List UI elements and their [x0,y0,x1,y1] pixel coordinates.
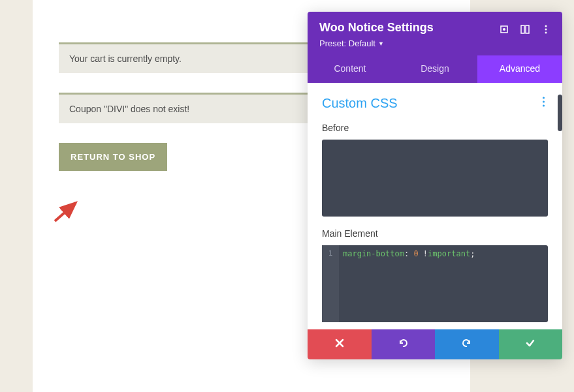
panel-tabs: Content Design Advanced [308,55,562,83]
expand-icon[interactable] [494,21,514,38]
svg-point-2 [503,28,505,31]
before-css-input[interactable] [322,140,548,217]
return-button-label: RETURN TO SHOP [71,152,155,162]
section-title-row: Custom CSS [322,96,548,111]
line-number: 1 [328,249,333,258]
main-element-css-input[interactable]: 1 margin-bottom: 0 !important; [322,245,548,322]
cancel-button[interactable] [308,329,372,359]
svg-point-8 [543,97,545,98]
tab-design[interactable]: Design [392,55,477,83]
tab-advanced[interactable]: Advanced [477,55,562,83]
more-icon[interactable] [536,21,556,38]
notice-text: Your cart is currently empty. [69,53,182,64]
check-icon [525,338,535,351]
css-property: margin-bottom [343,249,404,258]
redo-button[interactable] [435,329,499,359]
main-element-label: Main Element [322,228,548,239]
notice-text: Coupon "DIVI" does not exist! [69,104,189,114]
panel-body: Custom CSS Before Main Element 1 margin-… [308,83,562,329]
svg-rect-4 [526,25,529,33]
code-content: margin-bottom: 0 !important; [322,245,548,262]
return-to-shop-button[interactable]: RETURN TO SHOP [59,143,167,171]
settings-panel: Woo Notice Settings Preset: Default ▼ Co… [308,12,562,359]
panel-footer [308,329,562,359]
portability-icon[interactable] [515,21,535,38]
svg-point-5 [545,25,547,27]
redo-icon [462,338,472,351]
before-label: Before [322,123,548,133]
panel-header-actions [494,21,556,38]
section-more-icon[interactable] [539,96,548,111]
scrollbar-thumb[interactable] [558,95,562,131]
undo-button[interactable] [372,329,436,359]
tab-content[interactable]: Content [308,55,392,83]
css-colon: : [404,249,409,258]
undo-icon [398,338,408,351]
chevron-down-icon: ▼ [378,40,384,47]
save-button[interactable] [499,329,563,359]
svg-point-7 [545,32,547,34]
svg-rect-3 [521,25,524,33]
preset-dropdown[interactable]: Preset: Default ▼ [319,38,384,48]
css-bang: ! [423,249,428,258]
close-icon [335,339,344,350]
panel-header: Woo Notice Settings Preset: Default ▼ [308,12,562,55]
css-semi: ; [470,249,475,258]
css-important: important [428,249,470,258]
svg-point-6 [545,29,547,31]
svg-point-10 [543,104,545,106]
section-title[interactable]: Custom CSS [322,96,398,111]
code-gutter: 1 [322,245,339,322]
svg-point-9 [543,100,545,102]
css-value: 0 [413,249,418,258]
preset-label: Preset: Default [319,38,375,48]
